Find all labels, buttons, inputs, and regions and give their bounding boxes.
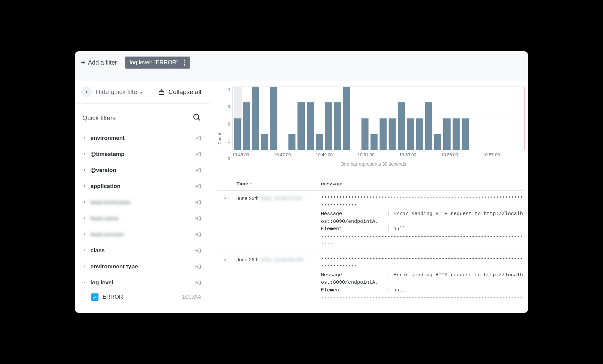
expand-row-button[interactable]	[223, 195, 237, 202]
quick-filter-label: beat.version	[90, 231, 124, 238]
histogram-chart: Count 43210 10:45:0010:47:0010:49:0010:5…	[217, 87, 525, 177]
quick-filter-value-label: ERROR	[103, 294, 123, 300]
chevron-right-icon	[82, 231, 87, 238]
quick-filter-label: environment	[90, 135, 125, 142]
quick-filter-label: environment type	[90, 263, 138, 270]
quick-filter-item-environment[interactable]: environment	[82, 130, 201, 146]
quick-filter-value-error[interactable]: ERROR100.0%	[82, 291, 201, 305]
expand-row-button[interactable]	[223, 257, 237, 263]
chevron-right-icon	[82, 135, 87, 142]
results-table-header: Time message	[217, 177, 525, 191]
move-column-icon[interactable]	[194, 199, 201, 206]
move-column-icon[interactable]	[194, 215, 201, 222]
quick-filter-item-class[interactable]: class	[82, 243, 201, 259]
x-tick: 10:55:00	[441, 152, 483, 157]
svg-point-1	[194, 114, 199, 119]
svg-rect-3	[199, 136, 201, 140]
cell-time: June 26th 2018, 10:56:23.207	[237, 195, 321, 201]
quick-filter-item-log-level[interactable]: log level	[82, 275, 201, 291]
cell-time: June 26th 2018, 10:56:09.039	[237, 257, 321, 262]
histogram-bar[interactable]	[453, 118, 460, 150]
sort-desc-icon	[250, 183, 253, 185]
move-column-icon[interactable]	[194, 135, 201, 142]
content-pane: Count 43210 10:45:0010:47:0010:49:0010:5…	[209, 81, 528, 313]
more-vertical-icon[interactable]	[182, 60, 188, 66]
histogram-bar[interactable]	[389, 118, 396, 150]
chevron-down-icon	[82, 279, 87, 286]
histogram-bar[interactable]	[252, 87, 259, 150]
chart-x-ticks: 10:45:0010:47:0010:49:0010:51:0010:53:00…	[232, 150, 525, 157]
histogram-bar[interactable]	[434, 134, 441, 150]
histogram-bar[interactable]	[297, 102, 305, 150]
histogram-bar[interactable]	[398, 102, 405, 150]
quick-filter-item-application[interactable]: application	[82, 178, 201, 194]
column-header-time[interactable]: Time	[237, 181, 321, 186]
hide-quick-filters-button[interactable]: Hide quick filters	[81, 87, 142, 97]
move-column-icon[interactable]	[194, 167, 201, 174]
histogram-bar[interactable]	[343, 87, 350, 150]
quick-filters-list: environment@timestamp@versionapplication…	[75, 130, 209, 309]
search-icon[interactable]	[193, 113, 201, 123]
histogram-bar[interactable]	[243, 102, 250, 150]
column-header-message[interactable]: message	[321, 181, 525, 186]
quick-filter-item--version[interactable]: @version	[82, 162, 201, 178]
quick-filter-label: beat.hostname	[90, 199, 131, 206]
histogram-bar[interactable]	[443, 118, 450, 150]
x-tick: 10:49:00	[316, 152, 357, 157]
collapse-all-button[interactable]: Collapse all	[158, 88, 201, 96]
move-column-icon[interactable]	[194, 263, 201, 270]
quick-filter-item-beat-name[interactable]: beat.name	[82, 210, 201, 226]
add-filter-button[interactable]: + Add a filter	[81, 58, 117, 67]
move-column-icon[interactable]	[194, 231, 201, 238]
checkbox-checked-icon[interactable]	[91, 293, 98, 301]
histogram-bar[interactable]	[425, 102, 432, 150]
chart-plot-area[interactable]	[232, 87, 525, 150]
move-column-icon[interactable]	[194, 151, 201, 158]
histogram-bar[interactable]	[288, 134, 295, 150]
svg-rect-5	[199, 169, 201, 172]
chart-y-ticks: 43210	[222, 87, 230, 161]
filter-chip-loglevel[interactable]: log level: "ERROR"	[125, 57, 190, 69]
svg-rect-0	[159, 91, 164, 94]
table-row: June 26th 2018, 10:56:09.039************…	[217, 252, 525, 313]
quick-filters-title: Quick filters	[82, 114, 116, 122]
histogram-bar[interactable]	[334, 102, 341, 150]
quick-filter-item-beat-hostname[interactable]: beat.hostname	[82, 194, 201, 210]
filter-chip-label: log level: "ERROR"	[130, 59, 178, 66]
chart-end-marker	[524, 87, 525, 150]
chart-caption: One bar represents 30 seconds	[222, 161, 525, 167]
chevron-left-icon	[81, 87, 92, 97]
svg-line-2	[198, 118, 200, 120]
quick-filter-label: log level	[90, 279, 113, 286]
histogram-bar[interactable]	[407, 118, 414, 150]
histogram-bar[interactable]	[380, 118, 387, 150]
y-tick: 3	[222, 104, 230, 109]
chevron-right-icon	[82, 199, 87, 206]
collapse-all-label: Collapse all	[169, 88, 201, 96]
histogram-bar[interactable]	[261, 134, 268, 150]
quick-filter-label: @timestamp	[90, 151, 125, 158]
histogram-bar[interactable]	[416, 118, 423, 150]
chevron-right-icon	[82, 151, 87, 158]
hide-quick-filters-label: Hide quick filters	[96, 88, 142, 96]
histogram-bar[interactable]	[234, 118, 241, 150]
move-column-icon[interactable]	[194, 247, 201, 254]
histogram-bar[interactable]	[371, 134, 378, 150]
quick-filter-label: class	[90, 247, 105, 254]
histogram-bar[interactable]	[462, 118, 469, 150]
histogram-bar[interactable]	[307, 102, 314, 150]
svg-rect-7	[199, 201, 201, 204]
quick-filter-item-environment-type[interactable]: environment type	[82, 259, 201, 275]
move-column-icon[interactable]	[194, 279, 201, 286]
quick-filter-item--timestamp[interactable]: @timestamp	[82, 146, 201, 162]
quick-filter-item-beat-version[interactable]: beat.version	[82, 226, 201, 243]
move-column-icon[interactable]	[194, 183, 201, 190]
histogram-bar[interactable]	[316, 134, 323, 150]
histogram-bar[interactable]	[270, 87, 277, 150]
plus-icon: +	[81, 58, 85, 67]
quick-filters-sidebar: Hide quick filters Collapse all Quick fi…	[75, 81, 209, 313]
histogram-bar[interactable]	[361, 118, 368, 150]
svg-rect-4	[199, 153, 201, 156]
svg-rect-12	[199, 281, 201, 285]
histogram-bar[interactable]	[325, 102, 332, 150]
